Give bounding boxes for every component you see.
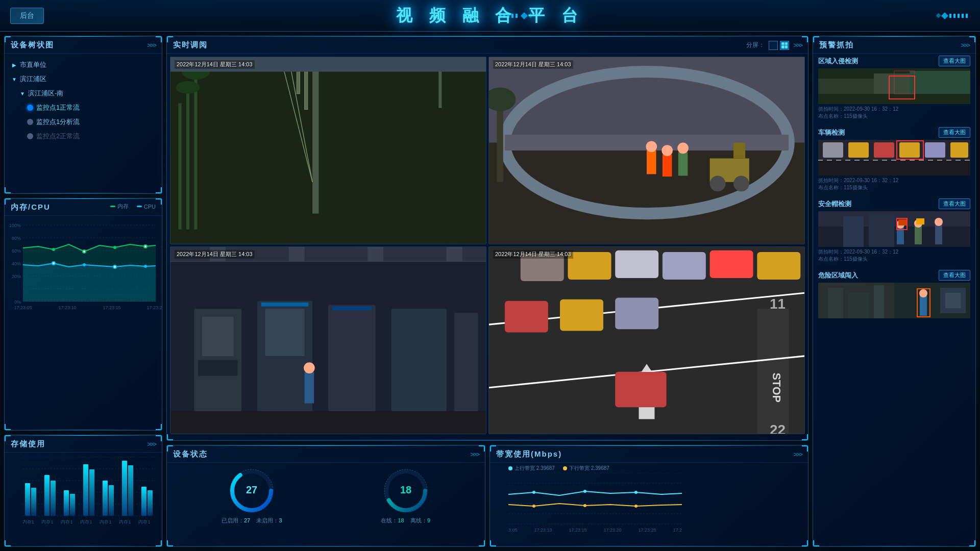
bandwidth-chart: 上行带宽 2.39687 下行带宽 2.39687 (490, 463, 808, 538)
video-header: 实时调阅 分屏： >>> (167, 36, 808, 54)
svg-point-21 (144, 245, 147, 248)
danger-svg (818, 283, 970, 318)
gauge-circle-1: 27 (229, 468, 275, 514)
svg-rect-173 (874, 142, 894, 158)
storage-more[interactable]: >>> (147, 440, 156, 448)
warning-more[interactable]: >>> (961, 41, 969, 49)
bottom-row: 设备状态 >>> (166, 445, 808, 547)
gauge-1-active-num: 27 (244, 517, 250, 523)
svg-text:内存1: 内存1 (41, 519, 53, 524)
bandwidth-legend: 上行带宽 2.39687 下行带宽 2.39687 (508, 465, 802, 472)
svg-rect-52 (148, 490, 153, 516)
tree-item-3[interactable]: ▼ 滨江浦区-南 (11, 86, 156, 101)
svg-rect-104 (265, 309, 304, 356)
legend-up-label: 上行带宽 2.39687 (514, 465, 555, 472)
svg-point-199 (919, 289, 927, 297)
svg-rect-72 (178, 103, 181, 229)
storage-svg: 100 80 60 40 20 0 (23, 455, 156, 531)
left-panel: 设备树状图 >>> ▶ 市直单位 ▼ 滨江浦区 ▼ 滨江浦区-南 监 (4, 36, 162, 547)
warning-item-4: 危险区域闯入 查看大图 (818, 270, 970, 318)
svg-text:17:23:20: 17:23:20 (146, 305, 162, 310)
tree-item-4[interactable]: 监控点1正常流 (11, 101, 156, 115)
svg-rect-176 (950, 142, 968, 158)
status-dot-5 (27, 119, 33, 125)
device-status-more[interactable]: >>> (470, 450, 479, 458)
warning-time-2: 抓拍时间：2022-09-30 16：32：12 (818, 177, 970, 184)
status-dot-6 (27, 133, 33, 139)
back-button[interactable]: 后台 (10, 8, 44, 24)
realtime-more[interactable]: >>> (793, 41, 802, 49)
svg-rect-39 (25, 483, 30, 516)
gauge-svg-1: 27 (229, 468, 275, 514)
warning-item-2: 车辆检测 查看大图 (818, 127, 970, 191)
parking-svg: STOP 2 (489, 247, 804, 434)
tree-item-1[interactable]: ▶ 市直单位 (11, 58, 156, 72)
svg-rect-44 (70, 494, 75, 516)
warning-item-3: 安全帽检测 查看大图 (818, 198, 970, 263)
warning-btn-2[interactable]: 查看大图 (939, 127, 970, 138)
video-img-3 (170, 247, 486, 434)
tree-item-6[interactable]: 监控点2正常流 (11, 129, 156, 143)
svg-point-87 (677, 143, 689, 154)
svg-rect-172 (848, 142, 869, 158)
svg-point-191 (935, 218, 943, 226)
svg-point-85 (662, 145, 673, 156)
video-cell-3[interactable]: 2022年12月14日 星期三 14:03 (170, 246, 486, 434)
bandwidth-more[interactable]: >>> (793, 450, 802, 458)
video-cell-4[interactable]: 2022年12月14日 星期三 14:03 STOP (488, 246, 805, 434)
svg-rect-190 (935, 224, 942, 244)
vehicle-svg (818, 140, 970, 176)
split-cell-1 (781, 42, 785, 45)
svg-point-18 (52, 248, 55, 251)
svg-text:27: 27 (246, 484, 257, 495)
construction-svg (170, 57, 486, 244)
svg-rect-96 (289, 247, 305, 262)
split-2x2-icon[interactable] (780, 41, 789, 50)
bandwidth-header: 带宽使用(Mbps) >>> (490, 445, 808, 463)
warning-btn-1[interactable]: 查看大图 (939, 56, 970, 66)
svg-rect-174 (899, 142, 920, 158)
svg-rect-98 (447, 247, 462, 262)
svg-rect-89 (733, 143, 745, 159)
svg-rect-48 (109, 485, 114, 516)
svg-text:17:23:05: 17:23:05 (14, 305, 32, 310)
svg-point-153 (532, 505, 535, 508)
split-cell-2 (785, 42, 788, 45)
split-icons (769, 41, 789, 50)
warning-title: 预警抓拍 (819, 40, 854, 50)
video-img-2 (489, 57, 804, 244)
svg-rect-51 (141, 487, 146, 516)
legend-mem: 内存 (110, 203, 129, 210)
warning-img-2 (818, 140, 970, 176)
warning-btn-4[interactable]: 查看大图 (939, 270, 970, 281)
gauge-1-inactive-label: 未启用： (256, 517, 279, 523)
warning-camera-3: 布点名称：115摄像头 (818, 256, 970, 263)
device-tree-header: 设备树状图 >>> (5, 36, 162, 54)
right-panel: 预警抓拍 >>> 区域入侵检测 查看大图 (813, 36, 976, 547)
svg-text:18: 18 (400, 484, 411, 495)
tree-item-5[interactable]: 监控点1分析流 (11, 115, 156, 129)
danger-img (818, 283, 970, 318)
device-tree-more[interactable]: >>> (147, 41, 156, 49)
split-1x1-icon[interactable] (769, 41, 778, 50)
warning-title-row-4: 危险区域闯入 查看大图 (818, 270, 970, 281)
svg-rect-108 (305, 372, 314, 404)
split-cell-4 (785, 45, 788, 48)
svg-text:17:23:20: 17:23:20 (603, 528, 621, 533)
vehicle-img (818, 140, 970, 176)
svg-point-152 (634, 491, 638, 494)
tree-item-2[interactable]: ▼ 滨江浦区 (11, 72, 156, 86)
video-cell-2[interactable]: 2022年12月14日 星期三 14:03 (488, 57, 805, 244)
svg-point-150 (532, 491, 535, 494)
header: 后台 视 频 融 合 平 台 (0, 0, 980, 32)
video-cell-1[interactable]: 2022年12月14日 星期三 14:03 (170, 57, 486, 244)
svg-point-151 (583, 490, 586, 493)
video-grid: 2022年12月14日 星期三 14:03 (167, 54, 808, 437)
warning-btn-3[interactable]: 查看大图 (939, 198, 970, 209)
tree-label-4: 监控点1正常流 (36, 103, 80, 112)
device-tree-card: 设备树状图 >>> ▶ 市直单位 ▼ 滨江浦区 ▼ 滨江浦区-南 监 (4, 36, 162, 194)
svg-rect-43 (64, 490, 69, 516)
gauge-2-online-num: 18 (398, 517, 404, 523)
gauge-2: 18 在线：18 离线：9 (381, 468, 430, 524)
device-status-title: 设备状态 (173, 449, 208, 459)
